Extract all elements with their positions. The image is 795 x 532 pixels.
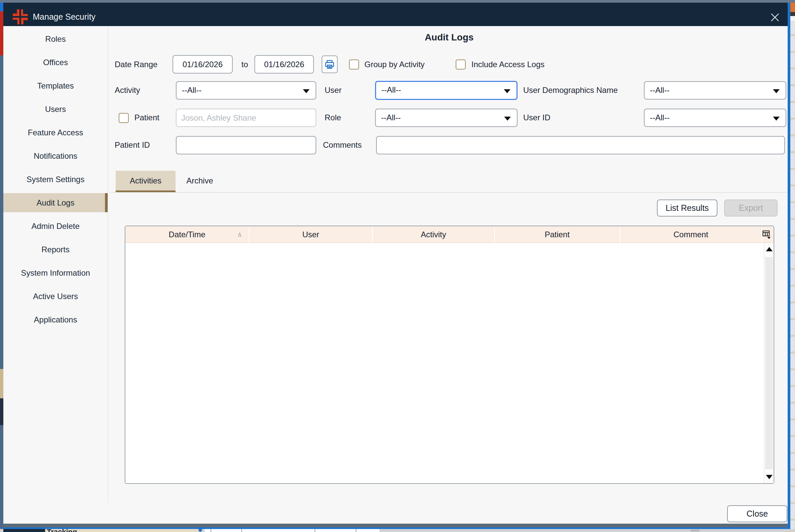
column-header-comment-label: Comment — [673, 230, 708, 239]
print-button[interactable] — [321, 55, 338, 73]
close-icon[interactable] — [769, 11, 781, 23]
tab-underline — [111, 192, 788, 193]
column-header-comment[interactable]: Comment — [620, 226, 762, 243]
window-bottom-border — [3, 524, 788, 527]
sidebar-item-audit-logs[interactable]: Audit Logs — [3, 193, 108, 212]
window-right-border — [788, 3, 790, 529]
patient-input[interactable] — [176, 109, 316, 127]
date-to-label: to — [241, 60, 248, 69]
background-navy-block — [3, 529, 45, 532]
titlebar: Manage Security — [3, 3, 788, 26]
background-scrollbar-sliver — [691, 530, 699, 531]
date-to-input[interactable] — [254, 55, 314, 74]
sidebar-item-feature-access[interactable]: Feature Access — [3, 123, 108, 142]
user-demographics-name-label: User Demographics Name — [523, 86, 618, 95]
user-demographics-name-dropdown-value: --All-- — [650, 86, 670, 95]
comments-input[interactable] — [376, 136, 785, 154]
patient-checkbox[interactable] — [119, 113, 129, 123]
sidebar-item-reports[interactable]: Reports — [3, 240, 108, 259]
column-header-user[interactable]: User — [249, 226, 373, 243]
sidebar-item-system-information[interactable]: System Information — [3, 263, 108, 282]
group-by-activity-label: Group by Activity — [364, 60, 425, 69]
background-tracking-label: Tracking — [47, 529, 147, 532]
background-app-logo-sliver — [790, 3, 795, 12]
scrollbar-track[interactable] — [765, 257, 773, 469]
user-id-dropdown[interactable]: --All-- — [644, 109, 786, 127]
background-app-logo-sliver — [790, 12, 795, 16]
background-divider — [210, 529, 211, 532]
close-button[interactable]: Close — [727, 505, 787, 522]
column-header-date-time-label: Date/Time — [169, 230, 206, 239]
left-edge-tan-segment — [0, 369, 3, 398]
results-table: Date/Time User Activity Patient Comment — [125, 226, 774, 484]
background-divider — [315, 529, 315, 532]
list-results-button[interactable]: List Results — [657, 200, 718, 216]
left-edge-red-segment — [0, 11, 3, 55]
background-app-bottom-sliver: Tracking ✱ — [0, 529, 795, 532]
background-tracking-tab: Tracking — [47, 529, 147, 532]
results-table-header: Date/Time User Activity Patient Comment — [125, 226, 774, 243]
background-app-right-sliver — [790, 3, 795, 532]
user-id-dropdown-value: --All-- — [650, 113, 670, 122]
background-divider — [241, 529, 242, 532]
table-scrollbar[interactable] — [764, 243, 774, 483]
user-id-label: User ID — [523, 113, 550, 122]
chevron-down-icon — [504, 89, 511, 93]
app-logo-icon — [13, 10, 28, 25]
chevron-down-icon — [303, 89, 310, 93]
column-picker-icon[interactable] — [762, 229, 772, 240]
window-top-edge — [0, 0, 795, 3]
patient-id-label: Patient ID — [115, 140, 150, 150]
column-header-date-time[interactable]: Date/Time — [125, 226, 249, 243]
sort-ascending-icon — [237, 232, 242, 237]
background-divider — [356, 529, 356, 532]
sidebar-item-admin-delete[interactable]: Admin Delete — [3, 216, 108, 235]
export-button[interactable]: Export — [724, 200, 778, 216]
patient-label: Patient — [134, 113, 160, 122]
sidebar-divider — [108, 26, 108, 503]
include-access-logs-checkbox[interactable] — [456, 59, 466, 70]
sidebar-item-active-users[interactable]: Active Users — [3, 287, 108, 306]
sidebar-item-system-settings[interactable]: System Settings — [3, 170, 108, 189]
patient-id-input[interactable] — [176, 136, 316, 154]
role-dropdown-value: --All-- — [381, 113, 401, 122]
activity-label: Activity — [115, 86, 140, 95]
activity-dropdown-value: --All-- — [182, 86, 202, 95]
background-app-logo-sliver — [790, 16, 795, 21]
user-dropdown[interactable]: --All-- — [375, 81, 518, 100]
user-dropdown-value: --All-- — [382, 85, 401, 95]
sidebar-item-roles[interactable]: Roles — [3, 30, 108, 49]
left-edge-dark-segment — [0, 398, 3, 425]
chevron-down-icon — [773, 89, 780, 93]
include-access-logs-label: Include Access Logs — [472, 60, 544, 69]
column-header-activity[interactable]: Activity — [373, 226, 495, 243]
chevron-down-icon — [773, 117, 780, 121]
background-app-icon: ✱ — [198, 529, 202, 532]
chevron-down-icon — [504, 117, 511, 121]
sidebar-item-applications[interactable]: Applications — [3, 310, 108, 329]
sidebar-item-users[interactable]: Users — [3, 100, 108, 119]
sidebar-item-offices[interactable]: Offices — [3, 53, 108, 72]
scroll-up-icon[interactable] — [766, 247, 773, 251]
activity-dropdown[interactable]: --All-- — [176, 81, 316, 100]
sidebar-item-notifications[interactable]: Notifications — [3, 146, 108, 166]
scroll-down-icon[interactable] — [766, 475, 773, 479]
tab-activities[interactable]: Activities — [116, 171, 175, 193]
user-demographics-name-dropdown[interactable]: --All-- — [644, 81, 786, 100]
user-label: User — [325, 86, 342, 95]
group-by-activity-checkbox[interactable] — [349, 59, 359, 70]
date-from-input[interactable] — [172, 55, 233, 74]
column-header-activity-label: Activity — [421, 230, 446, 239]
column-header-patient-label: Patient — [544, 230, 570, 239]
column-header-user-label: User — [302, 230, 319, 239]
manage-security-dialog: Manage Security Roles Offices Templates … — [0, 0, 795, 532]
tab-archive[interactable]: Archive — [175, 171, 224, 193]
column-header-patient[interactable]: Patient — [495, 226, 620, 243]
left-edge-blue-segment — [0, 3, 3, 11]
sidebar-item-templates[interactable]: Templates — [3, 76, 108, 95]
role-label: Role — [325, 113, 341, 122]
window-left-edge — [0, 3, 3, 532]
printer-icon — [324, 59, 335, 70]
role-dropdown[interactable]: --All-- — [375, 109, 518, 127]
page-title: Audit Logs — [111, 32, 788, 43]
